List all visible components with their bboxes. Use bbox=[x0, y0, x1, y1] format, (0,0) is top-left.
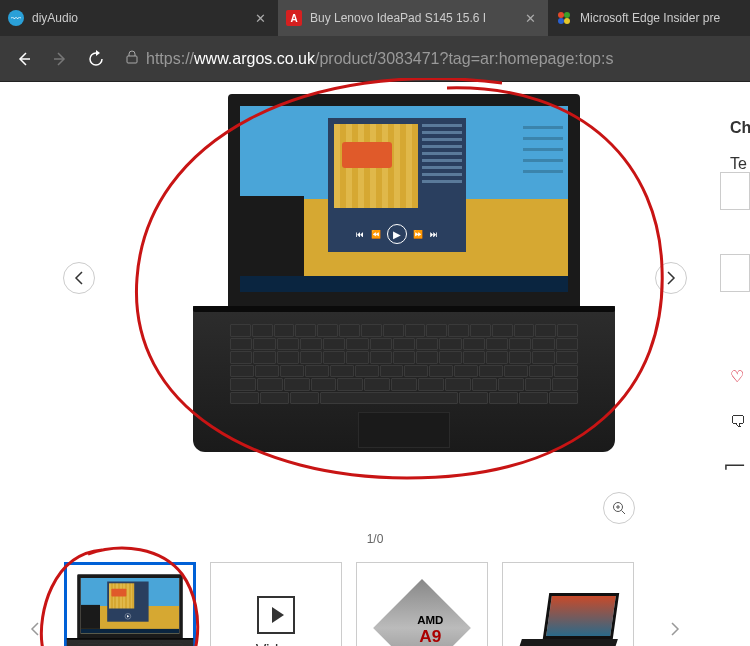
bracket-icon[interactable]: ⎣ bbox=[715, 463, 750, 473]
right-panel: Ch Te ♡ 🗨 ⎣ bbox=[730, 82, 750, 646]
url-bar[interactable]: https://www.argos.co.uk/product/3083471?… bbox=[146, 50, 613, 68]
tab-favicon: 〰 bbox=[8, 10, 24, 26]
tab-title: diyAudio bbox=[32, 11, 247, 25]
side-box-1[interactable] bbox=[720, 172, 750, 210]
tab-title: Microsoft Edge Insider pre bbox=[580, 11, 742, 25]
chevron-left-icon bbox=[74, 271, 84, 285]
main-image-area: 1/0 ⏮⏪▶⏩⏭ bbox=[37, 82, 713, 548]
url-host: www.argos.co.uk bbox=[194, 50, 315, 67]
heart-icon[interactable]: ♡ bbox=[730, 356, 746, 396]
svg-point-0 bbox=[558, 12, 564, 18]
tab-argos[interactable]: A Buy Lenovo IdeaPad S145 15.6 I ✕ bbox=[278, 0, 548, 36]
side-box-2[interactable] bbox=[720, 254, 750, 292]
thumbnail-video[interactable]: Video bbox=[210, 562, 342, 646]
url-path: /product/3083471?tag=ar:homepage:top:s bbox=[315, 50, 613, 67]
product-main-image[interactable]: ⏮⏪▶⏩⏭ bbox=[193, 94, 615, 452]
svg-line-8 bbox=[622, 511, 626, 515]
svg-point-3 bbox=[564, 18, 570, 24]
video-label: Video bbox=[256, 642, 297, 646]
thumb-prev-button[interactable] bbox=[30, 622, 40, 640]
tab-diyaudio[interactable]: 〰 diyAudio ✕ bbox=[0, 0, 278, 36]
chevron-left-icon bbox=[30, 622, 40, 636]
carousel-prev-button[interactable] bbox=[63, 262, 95, 294]
thumb-next-button[interactable] bbox=[670, 622, 680, 640]
svg-rect-6 bbox=[127, 56, 137, 63]
carousel-next-button[interactable] bbox=[655, 262, 687, 294]
thumbnail-amd[interactable]: AMDA9 bbox=[356, 562, 488, 646]
chevron-right-icon bbox=[670, 622, 680, 636]
tab-favicon bbox=[556, 10, 572, 26]
url-scheme: https:// bbox=[146, 50, 194, 67]
tab-edge-insider[interactable]: Microsoft Edge Insider pre bbox=[548, 0, 750, 36]
lock-icon[interactable] bbox=[126, 50, 138, 67]
tab-title: Buy Lenovo IdeaPad S145 15.6 I bbox=[310, 11, 517, 25]
chevron-right-icon bbox=[666, 271, 676, 285]
refresh-button[interactable] bbox=[78, 41, 114, 77]
zoom-button[interactable] bbox=[603, 492, 635, 524]
toolbar: https://www.argos.co.uk/product/3083471?… bbox=[0, 36, 750, 82]
side-text-ch: Ch bbox=[730, 108, 750, 148]
tab-favicon: A bbox=[286, 10, 302, 26]
svg-point-1 bbox=[564, 12, 570, 18]
laptop-angle-image bbox=[518, 593, 618, 646]
close-icon[interactable]: ✕ bbox=[251, 9, 270, 28]
thumbnail-1[interactable]: ▶ bbox=[64, 562, 196, 646]
image-counter: 1/0 bbox=[367, 532, 384, 546]
page-content: 1/0 ⏮⏪▶⏩⏭ bbox=[0, 82, 750, 646]
forward-button[interactable] bbox=[42, 41, 78, 77]
magnifier-plus-icon bbox=[612, 501, 626, 515]
speech-icon[interactable]: 🗨 bbox=[730, 402, 748, 442]
thumbnail-4[interactable] bbox=[502, 562, 634, 646]
thumbnail-strip: ▶ Video AMDA9 bbox=[0, 562, 750, 646]
svg-point-2 bbox=[558, 18, 564, 24]
amd-badge: AMDA9 bbox=[374, 580, 470, 646]
back-button[interactable] bbox=[6, 41, 42, 77]
tab-strip: 〰 diyAudio ✕ A Buy Lenovo IdeaPad S145 1… bbox=[0, 0, 750, 36]
play-icon bbox=[257, 596, 295, 634]
close-icon[interactable]: ✕ bbox=[521, 9, 540, 28]
